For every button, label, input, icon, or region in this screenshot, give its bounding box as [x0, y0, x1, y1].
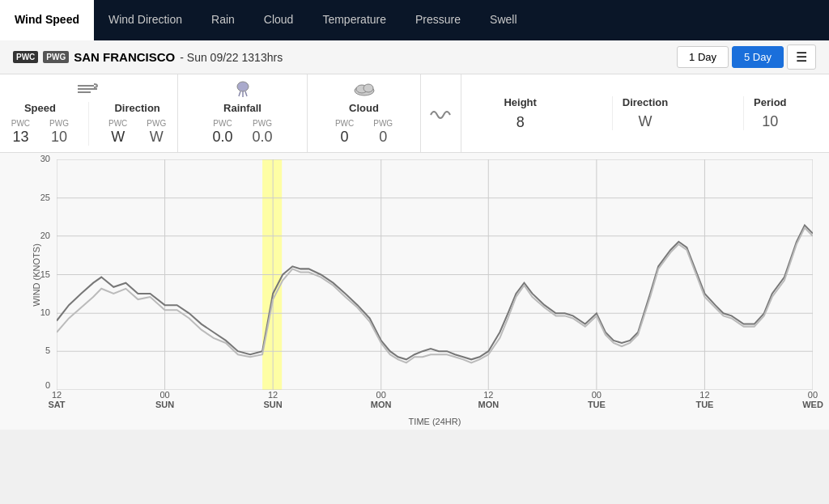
chart-area: WIND (KNOTS): [0, 153, 829, 430]
cloud-section: Cloud PWC 0 PWG 0: [308, 74, 421, 152]
location-bar: PWC PWG SAN FRANCISCO - Sun 09/22 1313hr…: [0, 40, 829, 74]
five-day-button[interactable]: 5 Day: [732, 46, 784, 68]
chart-container: WIND (KNOTS): [16, 159, 813, 414]
dir-pwg-col: PWG W: [137, 119, 176, 146]
svg-line-6: [245, 91, 247, 96]
location-date: - Sun 09/22 1313hrs: [180, 51, 283, 64]
speed-pwg-label: PWG: [49, 119, 69, 128]
speed-pwc-label: PWC: [11, 119, 30, 128]
swell-period-col: Period 10: [743, 96, 796, 130]
rain-pwc-value: 0.0: [212, 129, 232, 146]
swell-direction-col: Direction W: [612, 96, 678, 130]
swell-height-col: Height 8: [494, 96, 546, 131]
swell-period-label: Period: [754, 96, 786, 108]
day-buttons: 1 Day 5 Day ☰: [677, 44, 816, 70]
rain-title: Rainfall: [223, 102, 261, 114]
svg-point-9: [363, 84, 373, 92]
speed-pwc-col: PWC 13: [2, 119, 40, 146]
cloud-pwc-col: PWC 0: [325, 119, 363, 146]
rain-pwg-value: 0.0: [253, 129, 273, 146]
tab-wind-direction[interactable]: Wind Direction: [94, 0, 197, 40]
swell-section: Height 8 Direction W Period 10: [421, 74, 829, 152]
wind-speed-section: Speed PWC 13 PWG 10 Direction PWC: [0, 74, 178, 152]
wind-icon: [76, 79, 102, 99]
cloud-pwg-value: 0: [379, 129, 387, 146]
speed-pwc-value: 13: [12, 129, 28, 146]
speed-col: Speed PWC 13 PWG 10: [0, 102, 88, 146]
cloud-title: Cloud: [349, 102, 379, 114]
swell-direction-label: Direction: [623, 96, 668, 108]
one-day-button[interactable]: 1 Day: [677, 46, 729, 68]
y-tick-0: 0: [45, 380, 50, 390]
location-name: SAN FRANCISCO: [74, 50, 175, 64]
y-tick-10: 10: [40, 307, 50, 317]
swell-height-label: Height: [504, 96, 536, 108]
dir-pwc-value: W: [111, 129, 125, 146]
location-info: PWC PWG SAN FRANCISCO - Sun 09/22 1313hr…: [13, 50, 283, 64]
dir-pwc-label: PWC: [108, 119, 127, 128]
dir-pwc-col: PWC W: [99, 119, 137, 146]
y-tick-5: 5: [45, 345, 50, 355]
wind-speed-cols: Speed PWC 13 PWG 10 Direction PWC: [0, 102, 185, 146]
swell-icon: [429, 102, 453, 121]
swell-direction-value: W: [638, 113, 652, 130]
rain-pwc-label: PWC: [213, 119, 232, 128]
y-axis-ticks: 30 25 20 15 10 5 0: [16, 159, 57, 390]
swell-height-value: 8: [517, 114, 525, 131]
wind-chart-svg: [57, 159, 813, 390]
tab-swell[interactable]: Swell: [475, 0, 531, 40]
direction-label: Direction: [114, 102, 159, 114]
rain-section: Rainfall PWC 0.0 PWG 0.0: [178, 74, 308, 152]
top-nav: Wind Speed Wind Direction Rain Cloud Tem…: [0, 0, 829, 40]
tab-cloud[interactable]: Cloud: [249, 0, 308, 40]
svg-line-4: [239, 91, 240, 96]
tab-temperature[interactable]: Temperature: [308, 0, 401, 40]
cloud-pwc-label: PWC: [335, 119, 354, 128]
tab-rain[interactable]: Rain: [197, 0, 249, 40]
y-tick-30: 30: [40, 154, 50, 163]
badge-pwc: PWC: [13, 51, 38, 63]
svg-point-3: [237, 82, 249, 91]
tab-pressure[interactable]: Pressure: [401, 0, 475, 40]
rain-pwc-col: PWC 0.0: [202, 119, 242, 146]
dir-pwg-value: W: [150, 129, 164, 146]
cloud-pwg-label: PWG: [373, 119, 393, 128]
y-tick-15: 15: [40, 269, 50, 279]
rain-icon: [235, 79, 251, 99]
rain-cols: PWC 0.0 PWG 0.0: [202, 119, 282, 146]
speed-pwg-value: 10: [51, 129, 67, 146]
tab-wind-speed[interactable]: Wind Speed: [0, 0, 94, 40]
rain-pwg-label: PWG: [253, 119, 272, 128]
cloud-cols: PWC 0 PWG 0: [325, 119, 402, 146]
menu-button[interactable]: ☰: [787, 44, 816, 70]
cloud-pwg-col: PWG 0: [363, 119, 402, 146]
cloud-pwc-value: 0: [341, 129, 349, 146]
rain-pwg-col: PWG 0.0: [243, 119, 283, 146]
y-tick-25: 25: [40, 193, 50, 202]
x-axis-label: TIME (24HR): [16, 417, 813, 430]
extra-time-labels: [16, 402, 813, 415]
direction-col: Direction PWC W PWG W: [88, 102, 185, 146]
chart-svg-wrapper: [57, 159, 813, 390]
badge-pwg: PWG: [43, 51, 69, 63]
speed-pwg-col: PWG 10: [40, 119, 79, 146]
y-tick-20: 20: [40, 231, 50, 240]
dir-pwg-label: PWG: [147, 119, 166, 128]
cloud-icon: [352, 79, 376, 99]
data-header: Speed PWC 13 PWG 10 Direction PWC: [0, 74, 829, 153]
speed-label: Speed: [24, 102, 56, 114]
swell-period-value: 10: [762, 113, 778, 130]
